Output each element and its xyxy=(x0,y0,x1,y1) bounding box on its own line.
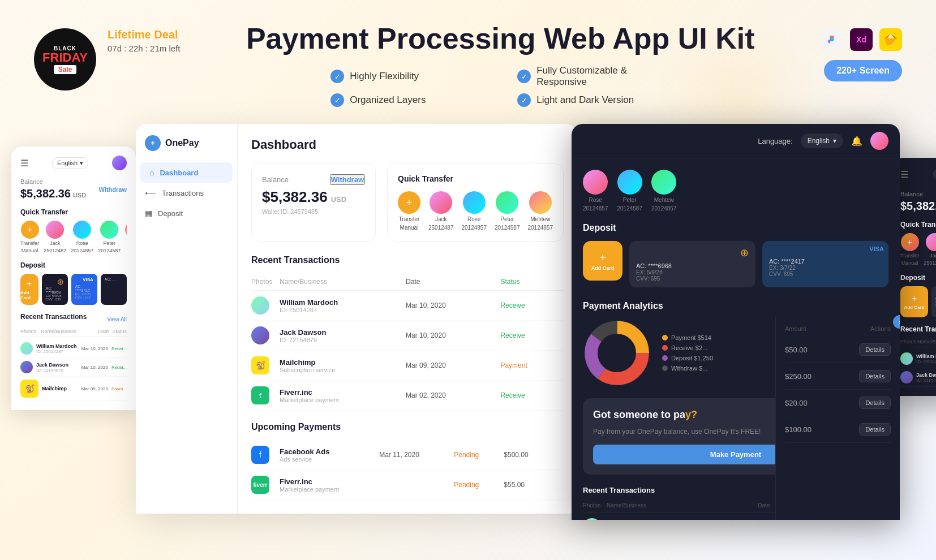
dark-amount-row-1: $50.00 Details xyxy=(785,337,891,363)
user-avatar-more xyxy=(125,221,127,239)
withdraw-button[interactable]: Withdraw xyxy=(330,174,365,185)
transfer-circle: + xyxy=(21,221,39,239)
table-row: Jack Dawson ID: 22154879 Mar 10, 2020 Re… xyxy=(251,321,564,351)
dm-tx-avatar-1 xyxy=(900,352,913,365)
legend-item-payment: Payment $514 xyxy=(662,334,713,341)
dm-avatar-jack xyxy=(926,233,936,251)
transfer-item-jack[interactable]: Jack 25012487 xyxy=(44,221,66,253)
tx-row-2-mobile: Jack Dawson ID: 22154879 Mar 10, 2020 Re… xyxy=(20,358,127,377)
sidebar-item-label-dashboard: Dashboard xyxy=(160,169,198,177)
add-card-button-mobile[interactable]: + Add Card xyxy=(20,274,38,305)
dm-recent-tx-header: Recent Transactions View All xyxy=(900,325,936,333)
mastercard-logo-dark: ⊕ xyxy=(636,247,749,259)
qt-avatar-rose xyxy=(463,191,486,214)
plus-icon-dm: + xyxy=(912,294,917,304)
withdraw-button-mobile[interactable]: Withdraw xyxy=(99,186,127,193)
tx-avatar-jack-main xyxy=(251,326,269,344)
sidebar: + OnePay ⌂ Dashboard ⟵ Transactions ▦ De… xyxy=(136,124,238,514)
dm-person-transfer[interactable]: + Transfer Manual xyxy=(900,233,919,266)
sidebar-item-dashboard[interactable]: ⌂ Dashboard xyxy=(140,162,233,183)
language-selector-dm[interactable]: English ▾ xyxy=(933,169,936,180)
notification-icon-dark[interactable]: 🔔 xyxy=(851,136,862,147)
dark-amount-table-overlay: Amount Actions $50.00 Details $250.00 De… xyxy=(775,316,900,520)
screenshots-section: ☰ English ▾ Balance $5,382.36 USD Withdr… xyxy=(0,124,936,520)
dm-tx-avatar-2 xyxy=(900,371,913,384)
recent-tx-title-mobile: Recent Transactions xyxy=(20,313,87,321)
qt-person-transfer[interactable]: + Transfer Manual xyxy=(398,191,420,231)
qt-person-jack[interactable]: Jack 25012487 xyxy=(428,191,454,231)
dark-person-mehtew: Mehtew 20124857 xyxy=(651,170,677,212)
dark-amount-header: Amount Actions xyxy=(785,325,891,332)
main-content: Dashboard Balance Withdraw $5,382.36 USD… xyxy=(238,124,577,514)
bf-friday-text: FRIDAY xyxy=(42,51,88,64)
dark-deposit-row: + Add Card ⊕ AC: ****6968 EX: 5/9/28 CVV… xyxy=(583,241,888,287)
dark-tx-avatar-1 xyxy=(583,518,601,520)
dm-deposit-section: Deposit + Add Card ⊕ AC: ****6968 EX: 5/… xyxy=(900,274,936,317)
dark-amount-row-3: $20.00 Details xyxy=(785,390,891,416)
language-selector-dark[interactable]: English ▾ xyxy=(801,133,843,148)
dark-amount-row-2: $250.00 Details xyxy=(785,363,891,390)
feature-1: ✓ Highly Flexibility xyxy=(330,65,483,88)
check-icon-4: ✓ xyxy=(517,93,531,107)
plus-icon-dark: + xyxy=(599,251,606,264)
sidebar-item-deposit[interactable]: ▦ Deposit xyxy=(136,203,237,223)
tx-table-header: Photos Name/Business Date Status xyxy=(251,273,564,291)
details-button-2[interactable]: Details xyxy=(859,370,891,382)
black-friday-badge: BLACK FRIDAY Sale xyxy=(34,28,96,91)
qt-person-mehtew[interactable]: Mehtew 20124857 xyxy=(528,191,553,231)
dark-avatar-rose xyxy=(583,170,608,195)
transfer-item-rose[interactable]: Rose 20124857 xyxy=(71,221,93,253)
xd-icon: Xd xyxy=(850,28,873,51)
qt-person-peter[interactable]: Peter 20124587 xyxy=(495,191,520,231)
card-extra-mobile[interactable]: AC: ... xyxy=(101,274,127,305)
dark-dashboard: Language: English ▾ 🔔 Rose 20124857 xyxy=(572,124,900,520)
card-mastercard-mobile[interactable]: ⊕ AC: ****6968 EX: 5/9/28 CVV : 695 xyxy=(42,274,68,305)
page-title: Payment Processing Web App UI Kit xyxy=(180,23,821,55)
legend-item-receive: Receive $2... xyxy=(662,344,713,351)
language-label: English xyxy=(57,160,78,166)
dark-header: Language: English ▾ 🔔 xyxy=(572,124,900,158)
dm-card-mastercard[interactable]: ⊕ AC: ****6968 EX: 5/9/28 CVV: 695 xyxy=(931,286,936,317)
qt-person-rose[interactable]: Rose 20124857 xyxy=(462,191,487,231)
upcoming-table: f Facebook Ads Ads service Mar 11, 2020 … xyxy=(251,440,564,500)
dm-tx-header: Photos Name/Business Date Status xyxy=(900,337,936,347)
language-label-dark: Language: xyxy=(758,137,792,145)
details-button-3[interactable]: Details xyxy=(859,397,891,409)
balance-amount-mobile: $5,382.36 USD xyxy=(20,187,86,200)
deposit-icon: ▦ xyxy=(145,209,152,218)
dm-add-card-button[interactable]: + Add Card xyxy=(900,286,928,317)
legend-dot-withdraw xyxy=(662,365,668,371)
timer-text: 07d : 22h : 21m left xyxy=(108,44,180,53)
transfer-item-peter[interactable]: Peter 20124587 xyxy=(98,221,121,253)
deposit-section-mobile: Deposit + Add Card ⊕ AC: ****6968 EX: 5/… xyxy=(20,261,127,305)
tx-table-body: William Mardoch ID: 25014287 Mar 10, 202… xyxy=(251,291,564,411)
upcoming-title: Upcoming Payments xyxy=(251,422,341,432)
recent-tx-header-mobile: Recent Transactions View All xyxy=(20,313,127,325)
transactions-icon: ⟵ xyxy=(145,188,156,197)
dm-recent-title: Recent Transactions xyxy=(900,325,936,333)
view-all-link-mobile[interactable]: View All xyxy=(107,316,127,322)
details-button-1[interactable]: Details xyxy=(859,343,891,356)
dm-person-jack[interactable]: Jack 25012487 xyxy=(924,233,936,266)
transfer-row-mobile: + Transfer Manual Jack 25012487 Rose 201… xyxy=(20,221,127,253)
hamburger-icon-dm[interactable]: ☰ xyxy=(900,169,908,180)
details-button-4[interactable]: Details xyxy=(859,423,891,436)
upcoming-payments-section: Upcoming Payments f Facebook Ads Ads ser… xyxy=(251,422,564,500)
transfer-item-more[interactable]: M... xyxy=(125,221,127,253)
header-center: Payment Processing Web App UI Kit ✓ High… xyxy=(180,23,821,107)
card-visa-mobile[interactable]: VISA AC: ****2417 EX: 3/7/22 CVV : 147 xyxy=(71,274,97,305)
tx-table-header-mobile: Photos Name/Business Date Status xyxy=(20,329,127,337)
sidebar-item-transactions[interactable]: ⟵ Transactions xyxy=(136,183,237,203)
analytics-title: Payment Analytics xyxy=(583,301,888,311)
dark-transfer-persons: Rose 20124857 Peter 20124587 Mehtew 2012… xyxy=(583,170,888,212)
hamburger-icon[interactable]: ☰ xyxy=(20,158,28,169)
language-selector-mobile-light[interactable]: English ▾ xyxy=(52,157,88,169)
dark-avatar-mehtew xyxy=(651,170,676,195)
dark-card-visa[interactable]: VISA AC: ****2417 EX: 3/7/22 CVV: 695 xyxy=(762,241,888,287)
transfer-item-manual[interactable]: + Transfer Manual xyxy=(20,221,39,253)
dark-add-card-button[interactable]: + Add Card xyxy=(583,241,622,281)
table-row: f Facebook Ads Ads service Mar 11, 2020 … xyxy=(251,440,564,470)
dark-card-mastercard[interactable]: ⊕ AC: ****6968 EX: 5/9/28 CVV: 695 xyxy=(629,241,755,287)
chevron-down-icon: ▾ xyxy=(80,160,83,167)
qt-avatar-mehtew xyxy=(529,191,552,214)
